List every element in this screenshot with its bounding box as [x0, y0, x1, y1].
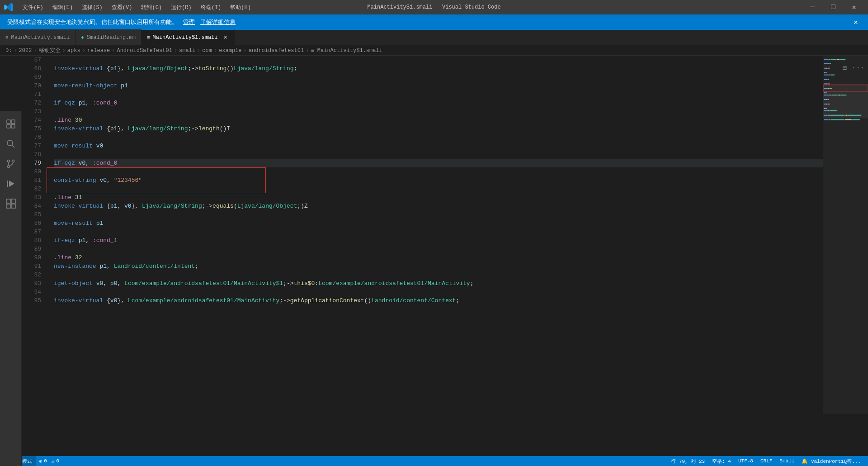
code-line-94[interactable] — [54, 288, 823, 296]
menu-edit[interactable]: 编辑(E) — [49, 3, 77, 12]
tab-label-2: SmaliReading.mm — [87, 34, 136, 41]
line-number-95: 95 — [22, 296, 41, 305]
breadcrumb-androidsafetest01[interactable]: AndroidSafeTest01 — [117, 48, 172, 54]
breadcrumb-mobile-security[interactable]: 移动安全 — [39, 47, 61, 54]
svg-point-6 — [7, 160, 9, 162]
breadcrumb-2022[interactable]: 2022 — [19, 48, 32, 54]
error-icon: ⊗ — [39, 458, 42, 464]
title-bar: 文件(F) 编辑(E) 选择(S) 查看(V) 转到(G) 运行(R) 终端(T… — [0, 0, 868, 14]
code-line-93[interactable]: iget-object v0, p0, Lcom/example/android… — [54, 279, 823, 288]
code-line-84[interactable]: invoke-virtual {p1, v0}, Ljava/lang/Stri… — [54, 202, 823, 210]
code-line-88[interactable]: if-eqz p1, :cond_1 — [54, 236, 823, 245]
svg-rect-13 — [6, 204, 10, 208]
banner-text: 受限模式旨在实现安全地浏览代码。信任此窗口以启用所有功能。 — [7, 18, 178, 26]
breadcrumb-androidsafetest01-pkg[interactable]: androidsafetest01 — [249, 48, 304, 54]
split-editor-button[interactable]: ⊟ — [838, 62, 851, 73]
code-line-76[interactable] — [54, 133, 823, 142]
code-line-69[interactable] — [54, 73, 823, 81]
code-line-77[interactable]: move-result v0 — [54, 142, 823, 150]
line-number-67: 67 — [22, 56, 41, 64]
code-line-73[interactable] — [54, 107, 823, 116]
menu-terminal[interactable]: 终端(T) — [197, 3, 225, 12]
code-line-79[interactable]: if-eqz v0, :cond_0 — [54, 159, 823, 167]
code-line-72[interactable]: if-eqz p1, :cond_0 — [54, 99, 823, 107]
errors-status[interactable]: ⊗ 0 ⚠ 0 — [36, 456, 63, 466]
banner-close-button[interactable]: ✕ — [851, 17, 861, 28]
tab-smalireading-mm[interactable]: ◈ SmaliReading.mm — [75, 29, 142, 45]
code-line-70[interactable]: move-result-object p1 — [54, 81, 823, 90]
code-line-75[interactable]: invoke-virtual {p1}, Ljava/lang/String;-… — [54, 124, 823, 133]
more-actions-button[interactable]: ··· — [852, 62, 864, 73]
search-icon[interactable] — [2, 135, 20, 153]
menu-goto[interactable]: 转到(G) — [137, 3, 165, 12]
cursor-position[interactable]: 行 79, 列 23 — [667, 456, 708, 466]
code-line-91[interactable]: new-instance p1, Landroid/content/Intent… — [54, 262, 823, 271]
code-line-78[interactable] — [54, 150, 823, 159]
tab-icon-2: ◈ — [81, 34, 84, 40]
code-line-87[interactable] — [54, 228, 823, 236]
code-line-67[interactable] — [54, 56, 823, 64]
code-line-74[interactable]: .line 30 — [54, 116, 823, 124]
tab-icon-1: ≡ — [5, 35, 9, 40]
breadcrumb-com[interactable]: com — [202, 48, 212, 54]
line-number-85: 85 — [22, 210, 41, 219]
tab-mainactivity1-smali[interactable]: ≡ MainActivity$1.smali × — [142, 29, 235, 45]
menu-file[interactable]: 文件(F) — [19, 3, 47, 12]
menu-run[interactable]: 运行(R) — [167, 3, 195, 12]
status-bar: ⊘ 受限模式 ⊗ 0 ⚠ 0 行 79, 列 23 空格: 4 UTF-8 CR… — [0, 456, 868, 466]
tab-mainactivity-smali[interactable]: ≡ MainActivity.smali — [0, 29, 75, 45]
code-line-82[interactable] — [54, 185, 823, 193]
maximize-button[interactable]: □ — [823, 0, 844, 14]
breadcrumb-example[interactable]: example — [219, 48, 241, 54]
line-number-79: 79 — [22, 159, 41, 167]
code-line-68[interactable]: invoke-virtual {p1}, Ljava/lang/Object;-… — [54, 64, 823, 73]
breadcrumb-smali[interactable]: smali — [179, 48, 195, 54]
line-number-76: 76 — [22, 133, 41, 142]
code-line-86[interactable]: move-result p1 — [54, 219, 823, 228]
code-line-80[interactable] — [54, 167, 823, 176]
svg-rect-12 — [11, 199, 15, 203]
line-number-87: 87 — [22, 228, 41, 236]
encoding-status[interactable]: UTF-8 — [735, 456, 757, 466]
line-number-93: 93 — [22, 279, 41, 288]
close-button[interactable]: ✕ — [844, 0, 864, 14]
code-line-95[interactable]: invoke-virtual {v0}, Lcom/example/androi… — [54, 296, 823, 305]
line-number-82: 82 — [22, 185, 41, 193]
line-ending-status[interactable]: CRLF — [757, 456, 776, 466]
window-controls: ─ □ ✕ — [802, 0, 864, 14]
code-line-71[interactable] — [54, 90, 823, 99]
menu-help[interactable]: 帮助(H) — [226, 3, 255, 12]
breadcrumb-filename[interactable]: ≡ MainActivity$1.smali — [311, 48, 382, 54]
banner-manage-link[interactable]: 管理 — [183, 18, 195, 26]
svg-rect-1 — [11, 120, 15, 124]
run-debug-icon[interactable] — [2, 175, 20, 193]
source-control-icon[interactable] — [2, 155, 20, 173]
code-line-81[interactable]: const-string v0, "123456" — [54, 176, 823, 185]
explorer-icon[interactable] — [2, 115, 20, 133]
vscode-logo — [4, 2, 14, 12]
minimize-button[interactable]: ─ — [802, 0, 823, 14]
tab-close-button[interactable]: × — [222, 33, 229, 42]
code-line-92[interactable] — [54, 271, 823, 279]
code-line-89[interactable] — [54, 245, 823, 253]
activity-bar — [0, 111, 22, 466]
language-status[interactable]: Smali — [776, 456, 798, 466]
title-bar-left: 文件(F) 编辑(E) 选择(S) 查看(V) 转到(G) 运行(R) 终端(T… — [4, 2, 255, 12]
menu-view[interactable]: 查看(V) — [108, 3, 136, 12]
breadcrumb-release[interactable]: release — [87, 48, 110, 54]
line-number-68: 68 — [22, 64, 41, 73]
code-line-90[interactable]: .line 32 — [54, 253, 823, 262]
menu-select[interactable]: 选择(S) — [78, 3, 106, 12]
breadcrumb-apks[interactable]: apks — [67, 48, 80, 54]
code-line-85[interactable] — [54, 210, 823, 219]
editor-content[interactable]: 6768697071727374757677787980818283848586… — [22, 56, 868, 456]
notification-status[interactable]: 🔔 ValdenPort1Q答... — [798, 456, 864, 466]
indent-status[interactable]: 空格: 4 — [708, 456, 735, 466]
breadcrumb-drive[interactable]: D: — [5, 48, 12, 54]
banner-learn-link[interactable]: 了解详细信息 — [200, 18, 236, 26]
tab-bar-actions: ⊟ ··· — [835, 60, 868, 76]
menu-bar: 文件(F) 编辑(E) 选择(S) 查看(V) 转到(G) 运行(R) 终端(T… — [19, 3, 255, 12]
code-line-83[interactable]: .line 31 — [54, 193, 823, 202]
extensions-icon[interactable] — [2, 195, 20, 213]
code-editor[interactable]: invoke-virtual {p1}, Ljava/lang/Object;-… — [47, 56, 823, 456]
